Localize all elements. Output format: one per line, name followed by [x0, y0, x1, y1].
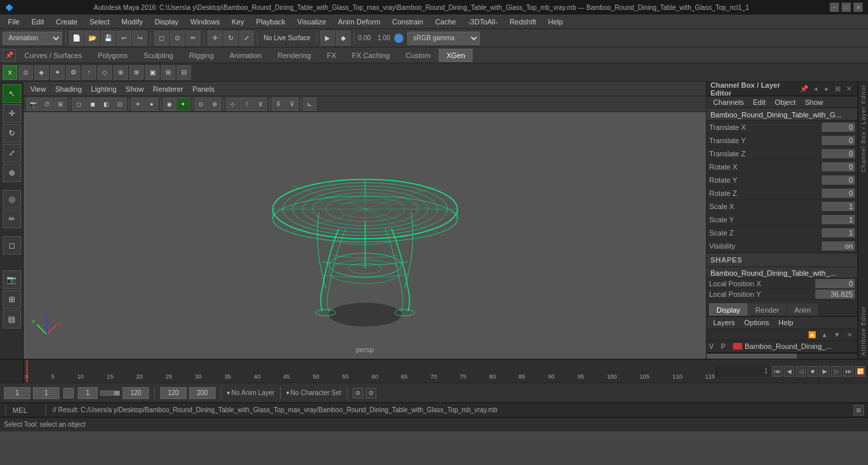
loop-button[interactable]: 🔁 — [855, 366, 865, 377]
xgen-icon-12[interactable]: ⊟ — [177, 65, 191, 80]
xgen-icon-11[interactable]: ⊞ — [161, 65, 175, 80]
translate-x-row[interactable]: Translate X 0 — [707, 121, 857, 134]
playback-end-input[interactable] — [160, 387, 187, 399]
anim-layer-settings-icon[interactable]: ⚙ — [353, 388, 363, 398]
open-scene-icon[interactable]: 📂 — [85, 31, 100, 46]
status-lang[interactable]: MEL — [13, 406, 39, 414]
menu-display[interactable]: Display — [150, 16, 184, 27]
cb-object-menu[interactable]: Object — [770, 97, 799, 108]
vp-tool-isolate[interactable]: ◉ — [163, 98, 176, 111]
vp-tool-gate[interactable]: ⊛ — [208, 98, 221, 111]
paint-tool[interactable]: ✏ — [3, 210, 21, 228]
char-set-label[interactable]: No Character Set — [291, 389, 341, 396]
vp-tool-snap3[interactable]: ⊻ — [254, 98, 267, 111]
menu-modify[interactable]: Modify — [116, 16, 148, 27]
scale-tool[interactable]: ⤢ — [3, 144, 21, 162]
vp-menu-shading[interactable]: Shading — [51, 84, 86, 94]
layers-scrollbar[interactable] — [707, 353, 857, 359]
layer-new-icon[interactable]: 🔼 — [807, 329, 817, 340]
menu-redshift[interactable]: Redshift — [504, 16, 541, 27]
layer-down-icon[interactable]: ▼ — [832, 329, 842, 340]
vp-tool-snap2[interactable]: ⊺ — [240, 98, 253, 111]
tab-custom[interactable]: Custom — [399, 49, 438, 62]
colorspace-dropdown[interactable]: sRGB gamma — [407, 32, 480, 45]
tab-fx[interactable]: FX — [320, 49, 343, 62]
vp-tool-bookmark[interactable]: ⊽ — [285, 98, 299, 111]
xgen-icon-5[interactable]: ⚙ — [66, 65, 80, 80]
tab-curves-surfaces[interactable]: Curves / Surfaces — [17, 49, 89, 62]
vp-tool-cam2[interactable]: ⊼ — [272, 98, 285, 111]
xgen-icon-7[interactable]: ◇ — [98, 65, 112, 80]
rotate-x-value[interactable]: 0 — [822, 162, 855, 171]
xgen-icon-8[interactable]: ⊕ — [113, 65, 128, 80]
next-frame-button[interactable]: ▷ — [831, 366, 842, 377]
scrollbar-track[interactable] — [707, 354, 857, 359]
scale-x-value[interactable]: 1 — [822, 202, 855, 211]
script-editor-icon[interactable]: ⊞ — [854, 405, 864, 416]
layer-delete-icon[interactable]: ✕ — [844, 329, 855, 340]
menu-cache[interactable]: Cache — [430, 16, 461, 27]
vp-tool-bounding[interactable]: ⊡ — [113, 98, 127, 111]
play-back-button[interactable]: ◁ — [796, 366, 806, 377]
xgen-icon-4[interactable]: ✦ — [50, 65, 65, 80]
cb-edit-menu[interactable]: Edit — [749, 97, 769, 108]
vp-tool-flat[interactable]: ◧ — [100, 98, 113, 111]
translate-z-value[interactable]: 0 — [822, 149, 855, 158]
menu-visualize[interactable]: Visualize — [292, 16, 332, 27]
save-scene-icon[interactable]: 💾 — [101, 31, 115, 46]
menu-anim-deform[interactable]: Anim Deform — [333, 16, 386, 27]
cb-close-icon[interactable]: ✕ — [844, 84, 854, 94]
move-tool[interactable]: ✛ — [3, 104, 21, 123]
layers-menu-options[interactable]: Options — [740, 317, 773, 328]
rotate-z-value[interactable]: 0 — [822, 189, 855, 198]
layers-menu-help[interactable]: Help — [774, 317, 797, 328]
cb-expand-icon[interactable]: ▸ — [822, 84, 831, 94]
anim-layer-label[interactable]: No Anim Layer — [231, 389, 275, 396]
tab-display[interactable]: Display — [709, 303, 747, 316]
tab-rendering[interactable]: Rendering — [270, 49, 318, 62]
menu-file[interactable]: File — [3, 16, 25, 27]
local-pos-y-row[interactable]: Local Position Y 36.825 — [707, 289, 857, 300]
camera-tool[interactable]: 📷 — [3, 270, 21, 289]
translate-x-value[interactable]: 0 — [822, 123, 855, 132]
scale-icon[interactable]: ⤢ — [239, 31, 254, 46]
redo-icon[interactable]: ↪ — [132, 31, 147, 46]
range-slider[interactable] — [100, 390, 120, 396]
rotate-z-row[interactable]: Rotate Z 0 — [707, 187, 857, 200]
ipr-icon[interactable]: ◆ — [336, 31, 351, 46]
select-icon[interactable]: ◻ — [154, 31, 169, 46]
mode-dropdown[interactable]: Animation — [3, 32, 62, 45]
local-pos-x-value[interactable]: 0 — [815, 279, 855, 288]
show-manip-tool[interactable]: ◻ — [3, 236, 21, 255]
translate-y-row[interactable]: Translate Y 0 — [707, 134, 857, 147]
universal-manip[interactable]: ⊕ — [3, 164, 21, 182]
start-frame-input[interactable] — [33, 387, 59, 399]
new-scene-icon[interactable]: 📄 — [69, 31, 84, 46]
vp-menu-lighting[interactable]: Lighting — [87, 84, 121, 94]
cb-show-menu[interactable]: Show — [801, 97, 827, 108]
layer-up-icon[interactable]: ▲ — [819, 329, 830, 340]
vp-menu-panels[interactable]: Panels — [188, 84, 219, 94]
tab-animation[interactable]: Animation — [222, 49, 269, 62]
menu-create[interactable]: Create — [51, 16, 83, 27]
tab-xgen[interactable]: XGen — [439, 49, 472, 62]
vp-tool-hud[interactable]: ⊙ — [194, 98, 208, 111]
cb-channels-menu[interactable]: Channels — [709, 97, 747, 108]
max-frame-input[interactable] — [189, 387, 216, 399]
rotate-y-value[interactable]: 0 — [822, 175, 855, 185]
local-pos-y-value[interactable]: 36.825 — [815, 290, 855, 299]
layer-p-label[interactable]: P — [721, 343, 730, 350]
vp-menu-view[interactable]: View — [26, 84, 50, 94]
vp-tool-snap1[interactable]: ⊹ — [226, 98, 239, 111]
menu-constrain[interactable]: Constrain — [387, 16, 428, 27]
vp-tool-grid[interactable]: ⊞ — [54, 98, 67, 111]
visibility-row[interactable]: Visibility on — [707, 239, 857, 253]
translate-z-row[interactable]: Translate Z 0 — [707, 147, 857, 160]
current-frame-input[interactable] — [4, 387, 30, 399]
vp-tool-fps[interactable]: ⏱ — [40, 98, 53, 111]
tab-rigging[interactable]: Rigging — [182, 49, 221, 62]
range-slider-thumb[interactable] — [114, 391, 119, 395]
go-end-button[interactable]: ⏭ — [843, 366, 854, 377]
anim-start-input[interactable] — [78, 387, 98, 399]
char-set-settings-icon[interactable]: ⚙ — [366, 388, 376, 398]
